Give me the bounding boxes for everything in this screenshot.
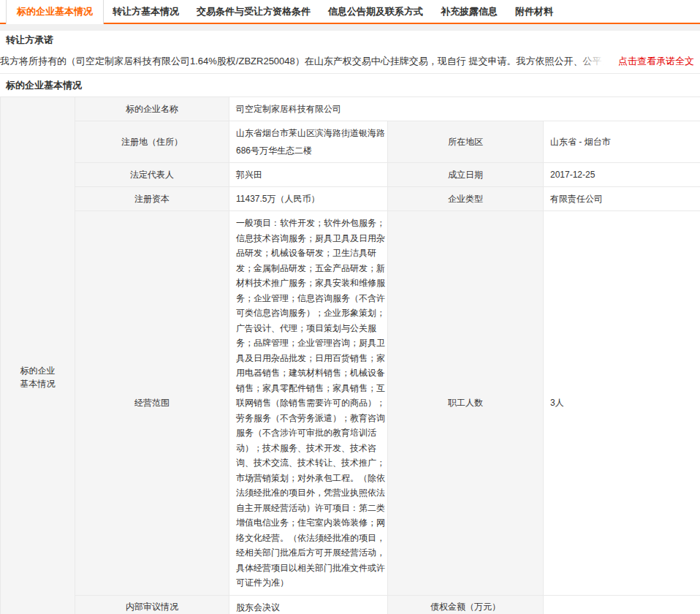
promise-row: 我方将所持有的（司空定制家居科技有限公司1.64%股权/ZBZR250048）在… xyxy=(0,50,700,73)
value-company-type: 有限责任公司 xyxy=(544,187,700,211)
tab-target-company-info[interactable]: 标的企业基本情况 xyxy=(6,0,104,24)
tab-supplementary-disclosure[interactable]: 补充披露信息 xyxy=(432,0,506,23)
value-legal-representative: 郭兴田 xyxy=(229,163,388,187)
tab-announcement-contact[interactable]: 信息公告期及联系方式 xyxy=(319,0,432,23)
company-section-title: 标的企业基本情况 xyxy=(0,74,700,96)
label-employee-count: 职工人数 xyxy=(388,211,544,596)
value-registered-address: 山东省烟台市莱山区滨海路街道银海路686号万华生态二楼 xyxy=(229,121,388,163)
value-debt-amount xyxy=(544,595,700,614)
value-business-scope: 一般项目：软件开发；软件外包服务；信息技术咨询服务；厨具卫具及日用杂品研发；机械… xyxy=(229,211,388,596)
value-region: 山东省 - 烟台市 xyxy=(544,121,700,163)
label-debt-amount: 债权金额（万元） xyxy=(388,595,544,614)
view-full-promise-link[interactable]: 点击查看承诺全文 xyxy=(611,55,700,68)
label-legal-representative: 法定代表人 xyxy=(75,163,229,187)
table-row: 法定代表人 郭兴田 成立日期 2017-12-25 xyxy=(1,163,700,187)
value-registered-capital: 11437.5万（人民币） xyxy=(229,187,388,211)
table-row: 注册资本 11437.5万（人民币） 企业类型 有限责任公司 xyxy=(1,187,700,211)
value-establish-date: 2017-12-25 xyxy=(544,163,700,187)
side-group-label: 标的企业 基本情况 xyxy=(1,97,75,614)
label-business-scope: 经营范围 xyxy=(75,211,229,596)
table-row: 标的企业 基本情况 标的企业名称 司空定制家居科技有限公司 xyxy=(1,97,700,121)
label-region: 所在地区 xyxy=(388,121,544,163)
label-company-name: 标的企业名称 xyxy=(75,97,229,121)
table-row: 注册地（住所） 山东省烟台市莱山区滨海路街道银海路686号万华生态二楼 所在地区… xyxy=(1,121,700,163)
promise-text: 我方将所持有的（司空定制家居科技有限公司1.64%股权/ZBZR250048）在… xyxy=(0,55,611,68)
label-registered-capital: 注册资本 xyxy=(75,187,229,211)
value-employee-count: 3人 xyxy=(544,211,700,596)
side-label-line1: 标的企业 xyxy=(20,365,56,376)
side-label-line2: 基本情况 xyxy=(20,379,56,389)
company-info-table: 标的企业 基本情况 标的企业名称 司空定制家居科技有限公司 注册地（住所） 山东… xyxy=(0,96,700,614)
value-company-name: 司空定制家居科技有限公司 xyxy=(229,97,700,121)
label-company-type: 企业类型 xyxy=(388,187,544,211)
tab-bar: 标的企业基本情况 转让方基本情况 交易条件与受让方资格条件 信息公告期及联系方式… xyxy=(0,0,700,24)
tab-attachments[interactable]: 附件材料 xyxy=(506,0,562,23)
label-registered-address: 注册地（住所） xyxy=(75,121,229,163)
tab-trade-conditions[interactable]: 交易条件与受让方资格条件 xyxy=(188,0,319,23)
label-establish-date: 成立日期 xyxy=(388,163,544,187)
value-internal-review: 股东会决议 xyxy=(229,595,388,614)
table-row: 经营范围 一般项目：软件开发；软件外包服务；信息技术咨询服务；厨具卫具及日用杂品… xyxy=(1,211,700,596)
tab-transferor-info[interactable]: 转让方基本情况 xyxy=(104,0,188,23)
label-internal-review: 内部审议情况 xyxy=(75,595,229,614)
page-gap-strip xyxy=(0,24,700,31)
table-row: 内部审议情况 股东会决议 债权金额（万元） xyxy=(1,595,700,614)
promise-section-title: 转让方承诺 xyxy=(0,31,700,50)
